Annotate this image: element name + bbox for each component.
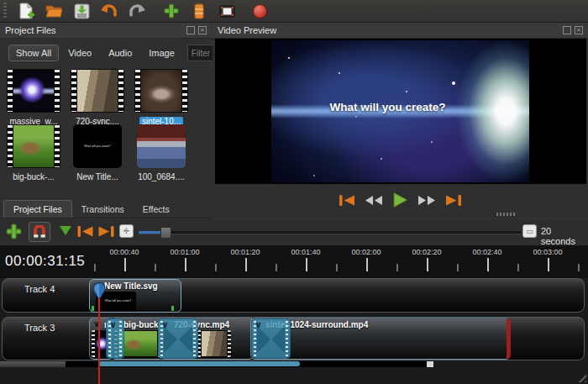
preview-video-frame: What will you create?	[271, 40, 529, 182]
clip-label: big-buck-	[123, 320, 161, 329]
new-document-icon	[18, 3, 34, 20]
marker-icon	[60, 226, 71, 235]
play-icon	[392, 192, 408, 208]
preview-screen: What will you create?	[215, 39, 586, 184]
tab-transitions[interactable]: Transitions	[72, 201, 134, 218]
project-files-panel: Project Files ✕ Show All Video Audio Ima…	[0, 23, 212, 218]
zoom-out-button[interactable]: ▭	[522, 224, 537, 238]
previous-marker-button[interactable]	[76, 225, 94, 238]
transition-chevron-icon[interactable]: ∨	[109, 319, 117, 330]
redo-button[interactable]	[127, 1, 147, 21]
ruler-label: 00:02:40	[468, 248, 507, 256]
add-track-button[interactable]	[6, 224, 22, 239]
center-icon: ✛	[119, 224, 134, 238]
file-name: 100_0684....	[135, 172, 187, 181]
filter-show-all-button[interactable]: Show All	[8, 45, 59, 61]
profile-icon	[193, 3, 205, 19]
timeline-scrollbar	[0, 361, 588, 368]
playhead-time-display: 00:00:31:15	[5, 253, 85, 270]
ruler-label: 00:02:20	[407, 248, 446, 256]
next-marker-button[interactable]	[97, 225, 116, 238]
jump-to-start-button[interactable]	[338, 194, 355, 207]
close-panel-icon[interactable]: ✕	[575, 26, 583, 34]
new-project-button[interactable]	[16, 1, 36, 21]
timeline-toolbar: ✛ ▭ 20 seconds	[0, 219, 588, 246]
timeline: ✛ ▭ 20 seconds 00:00:40 00:01:00 00:01:2…	[0, 219, 588, 384]
video-thumbnail	[71, 69, 124, 113]
rewind-button[interactable]	[365, 195, 383, 206]
track-name: Track 4	[24, 284, 55, 294]
video-preview-panel: Video Preview ✕ What will you create?	[213, 23, 588, 218]
file-item[interactable]: 720-sync....	[67, 69, 128, 128]
transition[interactable]: ∨	[106, 318, 124, 359]
dock-tabs: Project Files Transitions Effects	[0, 198, 212, 218]
transition-wipe-shape	[257, 326, 270, 353]
plus-icon	[164, 3, 179, 18]
video-overlay-text: What will you create?	[271, 101, 504, 113]
export-video-button[interactable]	[249, 1, 270, 21]
image-thumbnail	[137, 124, 186, 168]
playhead-icon	[92, 281, 107, 301]
ruler-label: 00:03:00	[528, 248, 567, 256]
transition[interactable]: ∨	[158, 318, 198, 359]
close-panel-icon[interactable]: ✕	[198, 26, 207, 34]
file-item[interactable]: big-buck-...	[3, 124, 64, 183]
trim-handle-left[interactable]	[92, 306, 94, 311]
splitter-handle[interactable]	[496, 213, 515, 216]
fullscreen-button[interactable]	[217, 1, 237, 21]
video-preview-title: Video Preview	[218, 25, 276, 35]
filter-audio-button[interactable]: Audio	[101, 45, 139, 61]
redo-arrow-icon	[128, 3, 146, 18]
title-thumb-text: What will you create?	[84, 145, 111, 148]
scrollbar-track-left	[0, 361, 66, 367]
zoom-slider-handle[interactable]	[160, 227, 171, 239]
center-playhead-button[interactable]: ✛	[119, 224, 134, 238]
transition[interactable]: ∨	[251, 318, 291, 359]
ruler-label: 00:01:20	[226, 248, 265, 256]
tab-effects[interactable]: Effects	[134, 201, 179, 218]
play-button[interactable]	[392, 192, 408, 208]
float-panel-icon[interactable]	[186, 26, 195, 34]
clip-thumb-text: What will you create?	[105, 300, 127, 302]
undo-button[interactable]	[99, 1, 119, 21]
file-item[interactable]: What will you create? New Title...	[67, 124, 128, 183]
ruler-label: 00:02:00	[347, 248, 386, 256]
tab-project-files[interactable]: Project Files	[3, 200, 72, 218]
clip-label: New Title.svg	[104, 281, 158, 291]
file-item-selected[interactable]: sintel-10...	[131, 69, 192, 128]
import-files-button[interactable]	[161, 1, 181, 21]
file-name: big-buck-...	[10, 172, 56, 181]
minus-icon: ▭	[522, 224, 537, 238]
rewind-icon	[365, 195, 383, 206]
open-project-button[interactable]	[44, 1, 64, 21]
save-icon	[74, 3, 90, 19]
next-marker-icon	[97, 225, 116, 238]
zoom-scale-label: 20 seconds	[541, 226, 588, 246]
snapping-toggle[interactable]	[29, 222, 50, 242]
clip-menu-chevron-icon[interactable]: ∨	[92, 319, 102, 329]
add-marker-button[interactable]	[60, 226, 71, 235]
playhead-marker[interactable]	[92, 281, 107, 304]
project-files-title: Project Files	[5, 25, 56, 35]
ruler-label: 00:01:40	[286, 248, 325, 256]
file-item[interactable]: massive_w...	[3, 69, 64, 128]
filter-image-button[interactable]: Image	[141, 45, 182, 61]
file-item[interactable]: 100_0684....	[131, 124, 192, 183]
scrollbar-thumb[interactable]	[98, 361, 300, 366]
float-panel-icon[interactable]	[563, 26, 571, 34]
filter-video-button[interactable]: Video	[60, 45, 99, 61]
zoom-slider-track[interactable]	[139, 231, 521, 234]
transition-wipe-shape	[271, 326, 285, 353]
choose-profile-button[interactable]	[189, 1, 209, 21]
plus-icon	[6, 224, 22, 239]
save-project-button[interactable]	[71, 1, 92, 21]
title-thumbnail: What will you create?	[73, 124, 122, 168]
fast-forward-button[interactable]	[417, 195, 436, 206]
timeline-ruler[interactable]: 00:00:40 00:01:00 00:01:20 00:01:40 00:0…	[0, 246, 588, 278]
toolbar-drag-handle[interactable]	[3, 3, 7, 19]
ruler-label: 00:01:00	[165, 248, 204, 256]
jump-to-end-button[interactable]	[445, 194, 463, 207]
trim-handle-right[interactable]	[171, 306, 174, 311]
video-thumbnail	[7, 69, 60, 113]
jump-start-icon	[338, 194, 355, 207]
